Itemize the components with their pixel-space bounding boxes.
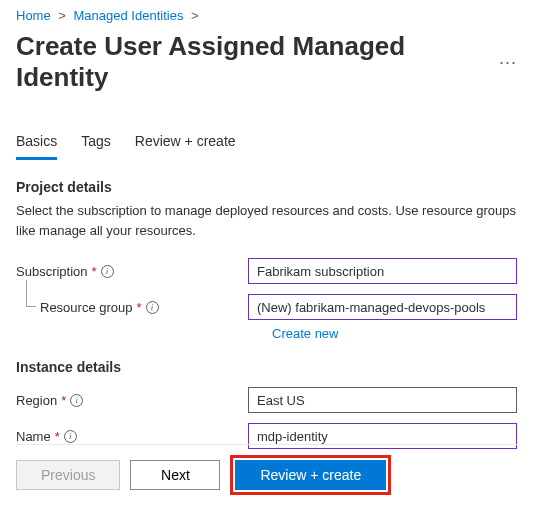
instance-details-section: Instance details Region * i Name * i xyxy=(16,359,517,449)
more-icon[interactable]: ··· xyxy=(499,52,517,73)
highlight-box: Review + create xyxy=(230,455,391,495)
info-icon[interactable]: i xyxy=(101,265,114,278)
info-icon[interactable]: i xyxy=(70,394,83,407)
name-label: Name * i xyxy=(16,429,248,444)
breadcrumb: Home > Managed Identities > xyxy=(0,0,533,27)
required-marker: * xyxy=(92,264,97,279)
next-button[interactable]: Next xyxy=(130,460,220,490)
tab-basics[interactable]: Basics xyxy=(16,127,57,160)
subscription-input[interactable] xyxy=(248,258,517,284)
form-content: Project details Select the subscription … xyxy=(0,161,533,449)
name-label-text: Name xyxy=(16,429,51,444)
breadcrumb-managed-identities[interactable]: Managed Identities xyxy=(74,8,184,23)
region-row: Region * i xyxy=(16,387,517,413)
page-title: Create User Assigned Managed Identity xyxy=(16,31,487,93)
instance-details-heading: Instance details xyxy=(16,359,517,375)
tabs: Basics Tags Review + create xyxy=(0,127,533,161)
resource-group-label: Resource group * i xyxy=(40,300,248,315)
project-details-description: Select the subscription to manage deploy… xyxy=(16,201,517,240)
review-create-button[interactable]: Review + create xyxy=(235,460,386,490)
tab-tags[interactable]: Tags xyxy=(81,127,111,160)
previous-button: Previous xyxy=(16,460,120,490)
resource-group-input[interactable] xyxy=(248,294,517,320)
footer-buttons: Previous Next Review + create xyxy=(16,444,517,495)
region-input[interactable] xyxy=(248,387,517,413)
region-label: Region * i xyxy=(16,393,248,408)
info-icon[interactable]: i xyxy=(64,430,77,443)
create-new-link[interactable]: Create new xyxy=(272,326,338,341)
resource-group-row: Resource group * i xyxy=(16,294,517,320)
chevron-right-icon: > xyxy=(191,8,199,23)
info-icon[interactable]: i xyxy=(146,301,159,314)
required-marker: * xyxy=(61,393,66,408)
resource-group-label-text: Resource group xyxy=(40,300,133,315)
subscription-row: Subscription * i xyxy=(16,258,517,284)
region-label-text: Region xyxy=(16,393,57,408)
required-marker: * xyxy=(137,300,142,315)
required-marker: * xyxy=(55,429,60,444)
chevron-right-icon: > xyxy=(58,8,66,23)
project-details-heading: Project details xyxy=(16,179,517,195)
subscription-label-text: Subscription xyxy=(16,264,88,279)
breadcrumb-home[interactable]: Home xyxy=(16,8,51,23)
page-header: Create User Assigned Managed Identity ··… xyxy=(0,27,533,109)
create-new-row: Create new xyxy=(16,326,517,341)
subscription-label: Subscription * i xyxy=(16,264,248,279)
tab-review-create[interactable]: Review + create xyxy=(135,127,236,160)
